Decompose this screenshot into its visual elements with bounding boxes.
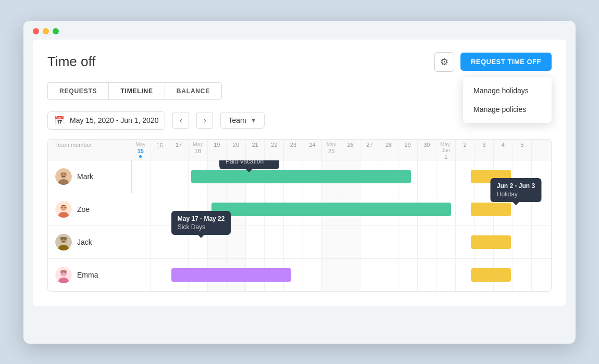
cal-cell <box>227 160 246 193</box>
cal-cell <box>475 193 494 225</box>
member-name: Mark <box>77 172 93 181</box>
svg-point-14 <box>65 239 66 240</box>
avatar <box>55 201 72 218</box>
cal-cell <box>322 226 341 258</box>
table-row: Mark May 18 - May 28 Paid Vacation <box>48 160 551 193</box>
cal-cell <box>322 193 341 225</box>
day-col-28: 28 <box>379 140 398 160</box>
request-time-off-button[interactable]: REQUEST TIME OFF <box>460 53 552 71</box>
day-col-17: 17 <box>169 140 189 160</box>
day-col-29: 29 <box>398 140 418 160</box>
cal-cell <box>169 193 189 225</box>
maximize-dot[interactable] <box>53 28 59 34</box>
titlebar <box>23 21 576 40</box>
cal-cell <box>151 160 170 193</box>
day-col-20: 20 <box>227 140 246 160</box>
cal-cell <box>418 259 437 291</box>
manage-holidays-item[interactable]: Manage holidays <box>463 81 552 100</box>
svg-point-4 <box>65 173 66 174</box>
cal-cell <box>360 193 380 225</box>
cal-cell <box>151 193 170 225</box>
cal-cell <box>208 226 227 258</box>
day-col-1: May-Jun 1 <box>436 140 456 160</box>
cal-cell <box>513 259 532 291</box>
avatar <box>55 234 72 250</box>
cal-cell <box>246 259 265 291</box>
day-col-22: 22 <box>265 140 284 160</box>
table-row: Jack May 17 - May 22 Sick Days <box>48 226 551 259</box>
cal-cell <box>398 193 418 225</box>
cal-cell <box>456 226 475 258</box>
calendar-icon: 📅 <box>54 116 65 125</box>
cal-cell <box>398 160 418 193</box>
day-col-19: 19 <box>208 140 227 160</box>
cal-cell <box>475 259 494 291</box>
cal-cell <box>322 160 341 193</box>
calendar-grid: Team member May 15 16 17 May <box>47 139 552 292</box>
cal-cell <box>265 259 284 291</box>
day-col-21: 21 <box>246 140 265 160</box>
day-col-5: 5 <box>513 140 532 160</box>
cal-cell <box>284 226 303 258</box>
svg-point-3 <box>61 173 63 174</box>
cal-cell <box>360 160 380 193</box>
header-actions: ⚙ REQUEST TIME OFF Manage holidays Manag… <box>434 52 552 72</box>
member-name: Emma <box>77 271 98 279</box>
next-date-button[interactable]: › <box>196 112 213 129</box>
cal-cell <box>246 193 265 225</box>
minimize-dot[interactable] <box>43 28 49 34</box>
cal-cell <box>284 259 303 291</box>
tab-timeline[interactable]: TIMELINE <box>109 83 165 99</box>
tab-requests[interactable]: REQUESTS <box>48 83 109 99</box>
cal-cell <box>208 160 227 193</box>
table-row: Zoe Jun 2 - Jun 3 Holiday <box>48 193 551 226</box>
cal-cell <box>513 160 532 193</box>
cal-cell <box>303 259 322 291</box>
app-window: Time off ⚙ REQUEST TIME OFF Manage holid… <box>23 21 576 344</box>
cal-cell <box>303 193 322 225</box>
prev-date-button[interactable]: ‹ <box>172 112 189 129</box>
manage-policies-item[interactable]: Manage policies <box>463 100 552 119</box>
day-col-15: May 15 <box>131 140 151 160</box>
cal-cell <box>189 259 208 291</box>
tab-bar: REQUESTS TIMELINE BALANCE <box>47 82 222 100</box>
settings-button[interactable]: ⚙ <box>434 52 454 72</box>
calendar-body: Mark May 18 - May 28 Paid Vacation <box>48 160 551 291</box>
team-filter-dropdown[interactable]: Team ▼ <box>220 112 264 129</box>
avatar <box>55 267 72 283</box>
cal-cell <box>131 226 151 258</box>
cal-cell <box>494 160 513 193</box>
cal-cell <box>265 226 284 258</box>
cal-cell <box>494 226 513 258</box>
cal-cell <box>341 160 360 193</box>
cal-cell <box>189 226 208 258</box>
cal-cell <box>436 226 456 258</box>
cal-cell <box>284 193 303 225</box>
cal-cell <box>436 160 456 193</box>
cal-cell <box>131 259 151 291</box>
day-col-16: 16 <box>151 140 170 160</box>
svg-point-19 <box>65 272 66 273</box>
settings-dropdown: Manage holidays Manage policies <box>463 77 552 123</box>
cal-cell <box>169 259 189 291</box>
member-cell-emma: Emma <box>48 261 131 288</box>
day-col-25: May 25 <box>322 140 341 160</box>
cal-cell <box>322 259 341 291</box>
cal-cell <box>436 193 456 225</box>
close-dot[interactable] <box>33 28 39 34</box>
svg-point-9 <box>65 207 66 208</box>
cal-cell <box>360 226 380 258</box>
day-col-26: 26 <box>341 140 360 160</box>
cal-cell <box>418 226 437 258</box>
tab-balance[interactable]: BALANCE <box>165 83 221 99</box>
cal-cell <box>418 193 437 225</box>
page-title: Time off <box>47 54 95 70</box>
cal-cell <box>265 160 284 193</box>
svg-point-13 <box>61 239 63 240</box>
date-range-picker[interactable]: 📅 May 15, 2020 - Jun 1, 2020 <box>47 111 165 130</box>
cal-cell <box>456 193 475 225</box>
cal-cell <box>169 160 189 193</box>
table-row: Emma <box>48 259 551 291</box>
member-name: Jack <box>77 238 92 246</box>
main-content: Time off ⚙ REQUEST TIME OFF Manage holid… <box>33 40 566 306</box>
